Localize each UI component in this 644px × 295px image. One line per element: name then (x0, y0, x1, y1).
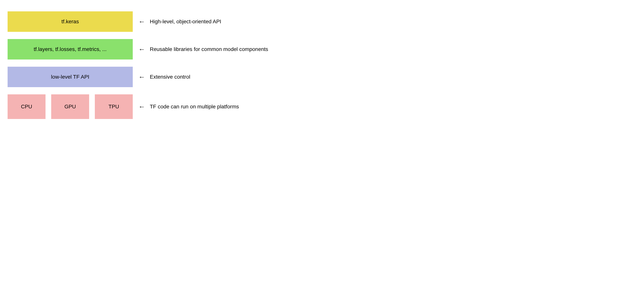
hardware-annotation: ← TF code can run on multiple platforms (138, 103, 304, 110)
arrow-left-icon: ← (138, 46, 145, 53)
layer-box-libraries: tf.layers, tf.losses, tf.metrics, ... (8, 39, 133, 59)
arrow-left-icon: ← (138, 103, 145, 110)
hardware-label: TPU (108, 104, 119, 110)
layer-label: tf.keras (62, 18, 79, 25)
hardware-box-cpu: CPU (8, 94, 46, 119)
layer-annotation: ← Reusable libraries for common model co… (138, 46, 304, 53)
layer-row-libraries: tf.layers, tf.losses, tf.metrics, ... ← … (8, 39, 304, 59)
layer-description: Extensive control (150, 74, 190, 80)
layer-box-keras: tf.keras (8, 11, 133, 32)
hardware-box-area: CPU GPU TPU (8, 94, 133, 119)
layer-description: High-level, object-oriented API (150, 18, 221, 25)
arrow-left-icon: ← (138, 18, 145, 25)
layer-description: Reusable libraries for common model comp… (150, 46, 268, 52)
hardware-box-tpu: TPU (95, 94, 133, 119)
layer-row-lowlevel: low-level TF API ← Extensive control (8, 67, 304, 87)
layer-row-hardware: CPU GPU TPU ← TF code can run on multipl… (8, 94, 304, 119)
hardware-label: CPU (21, 104, 32, 110)
layer-label: tf.layers, tf.losses, tf.metrics, ... (34, 46, 106, 52)
tensorflow-api-stack-diagram: tf.keras ← High-level, object-oriented A… (8, 11, 304, 119)
layer-box-lowlevel: low-level TF API (8, 67, 133, 87)
layer-label: low-level TF API (51, 74, 89, 80)
hardware-label: GPU (64, 104, 76, 110)
hardware-box-gpu: GPU (51, 94, 89, 119)
layer-annotation: ← High-level, object-oriented API (138, 18, 304, 25)
layer-annotation: ← Extensive control (138, 73, 304, 80)
arrow-left-icon: ← (138, 73, 145, 80)
hardware-description: TF code can run on multiple platforms (150, 104, 239, 110)
layer-box-area: tf.keras (8, 11, 133, 32)
hardware-row: CPU GPU TPU (8, 94, 133, 119)
layer-box-area: tf.layers, tf.losses, tf.metrics, ... (8, 39, 133, 59)
layer-row-keras: tf.keras ← High-level, object-oriented A… (8, 11, 304, 32)
layer-box-area: low-level TF API (8, 67, 133, 87)
